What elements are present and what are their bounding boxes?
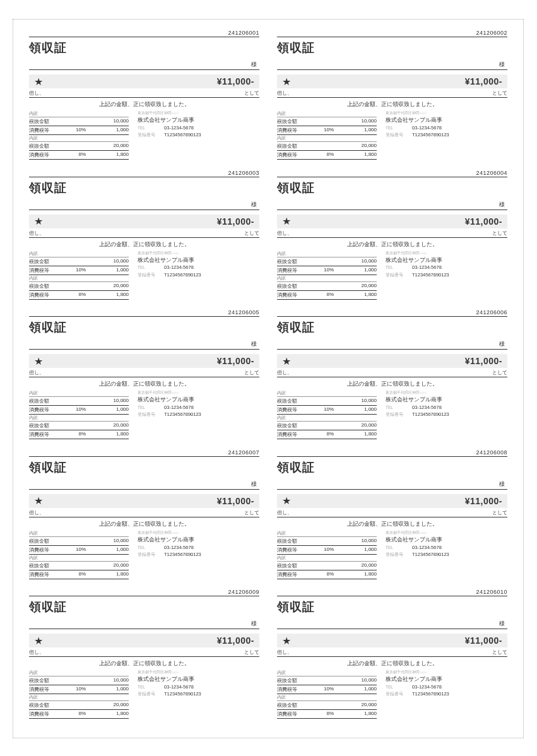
table-row: 税抜金額 20,000 [277,701,377,710]
table-row: 税抜金額 10,000 [277,117,377,126]
row-rate: 10% [309,546,334,553]
row-label: 消費税等 [29,686,61,693]
row-rate [309,562,334,569]
row-rate [309,422,334,429]
row-value: 1,800 [334,571,377,578]
row-value: 1,000 [86,686,129,693]
issuer-block: 東京都千代田区神田○○○ 株式会社サンプル商事 TEL 03-1234-5678… [386,530,507,579]
row-label: 税抜金額 [29,143,61,150]
row-label: 消費税等 [277,546,309,553]
serial-number: 241206007 [29,449,259,457]
row-label: 税抜金額 [29,258,61,265]
proviso-line: 但し、 として [277,89,507,98]
receipt: 241206010 領収証 様 ★ ¥11,000- 但し、 として 上記の金額… [277,590,507,726]
issuer-reg-row: 登録番号 T1234567890123 [138,131,259,138]
row-label: 消費税等 [277,267,309,274]
payee-suffix: 様 [251,620,257,628]
table-row: 税抜金額 10,000 [29,397,129,406]
table-row: 消費税等 10% 1,000 [29,546,129,555]
reg-label: 登録番号 [138,132,163,138]
tel-label: TEL [386,405,411,411]
row-value: 1,800 [86,292,129,298]
row-label: 消費税等 [277,406,309,413]
row-value: 1,800 [86,431,129,438]
receipt-title: 領収証 [277,40,507,56]
row-label: 税抜金額 [277,677,309,684]
table-row: 消費税等 10% 1,000 [29,126,129,135]
table-row: 税抜金額 20,000 [277,562,377,570]
table-row: 税抜金額 10,000 [277,397,377,406]
reg-label: 登録番号 [386,272,411,278]
issuer-reg-row: 登録番号 T1234567890123 [138,551,259,558]
row-label: 税抜金額 [29,702,61,709]
row-label: 税抜金額 [29,118,61,125]
serial-number: 241206004 [277,170,507,177]
breakdown-header: 内訳 [29,694,129,701]
row-label: 消費税等 [29,406,61,413]
row-value: 1,800 [86,151,129,158]
payee-line: 様 [29,199,259,210]
confirmation-text: 上記の金額、正に領収致しました。 [277,381,507,388]
table-row: 消費税等 10% 1,000 [29,406,129,415]
breakdown-header: 内訳 [277,694,377,701]
amount-value: ¥11,000- [43,216,254,227]
issuer-company: 株式会社サンプル商事 [138,536,259,544]
table-row: 消費税等 10% 1,000 [277,406,377,415]
row-value: 1,000 [334,267,377,274]
table-row: 税抜金額 20,000 [277,422,377,430]
proviso-right: として [492,649,507,656]
table-row: 消費税等 8% 1,800 [277,710,377,719]
breakdown-header: 内訳 [29,670,129,676]
breakdown-table: 内訳 税抜金額 10,000 消費税等 10% 1,000 内訳 税抜金額 20… [277,670,377,719]
row-label: 税抜金額 [277,118,309,125]
star-icon: ★ [34,355,43,367]
row-label: 税抜金額 [277,562,309,569]
row-label: 消費税等 [277,571,309,578]
amount-row: ★ ¥11,000- [277,354,507,368]
row-label: 消費税等 [29,151,61,158]
breakdown-table: 内訳 税抜金額 10,000 消費税等 10% 1,000 内訳 税抜金額 20… [277,110,377,160]
reg-value: T1234567890123 [164,272,201,278]
breakdown-table: 内訳 税抜金額 10,000 消費税等 10% 1,000 内訳 税抜金額 20… [29,251,129,300]
payee-suffix: 様 [499,480,505,488]
breakdown-header: 内訳 [277,530,377,537]
row-rate [61,118,86,125]
row-label: 消費税等 [29,711,61,718]
breakdown-table: 内訳 税抜金額 10,000 消費税等 10% 1,000 内訳 税抜金額 20… [277,251,377,300]
proviso-line: 但し、 として [29,229,259,238]
table-row: 税抜金額 10,000 [277,537,377,546]
reg-value: T1234567890123 [164,691,201,697]
row-rate: 8% [309,292,334,298]
proviso-right: として [492,369,507,376]
row-value: 10,000 [334,118,377,125]
issuer-block: 東京都千代田区神田○○○ 株式会社サンプル商事 TEL 03-1234-5678… [386,390,507,439]
row-value: 1,800 [334,292,377,298]
row-rate [309,143,334,150]
issuer-tel-row: TEL 03-1234-5678 [386,544,507,551]
proviso-line: 但し、 として [29,369,259,377]
issuer-address: 東京都千代田区神田○○○ [386,251,507,256]
receipt-title: 領収証 [29,459,259,476]
row-value: 10,000 [334,538,377,545]
proviso-left: 但し、 [29,90,44,97]
receipt: 241206004 領収証 様 ★ ¥11,000- 但し、 として 上記の金額… [277,171,507,307]
payee-line: 様 [277,478,507,490]
table-row: 消費税等 10% 1,000 [29,685,129,694]
tel-value: 03-1234-5678 [412,264,442,270]
row-rate [61,143,86,150]
row-rate [309,538,334,545]
table-row: 税抜金額 10,000 [29,117,129,126]
row-rate [61,702,86,709]
reg-label: 登録番号 [386,411,411,418]
proviso-left: 但し、 [277,649,292,656]
payee-suffix: 様 [499,340,505,348]
tel-value: 03-1234-5678 [164,405,194,410]
amount-row: ★ ¥11,000- [277,494,507,508]
confirmation-text: 上記の金額、正に領収致しました。 [29,521,259,528]
breakdown-header: 内訳 [29,110,129,117]
proviso-left: 但し、 [29,369,44,376]
breakdown-table: 内訳 税抜金額 10,000 消費税等 10% 1,000 内訳 税抜金額 20… [29,530,129,579]
row-value: 1,800 [86,711,129,718]
issuer-address: 東京都千代田区神田○○○ [138,110,259,116]
reg-label: 登録番号 [138,411,163,418]
